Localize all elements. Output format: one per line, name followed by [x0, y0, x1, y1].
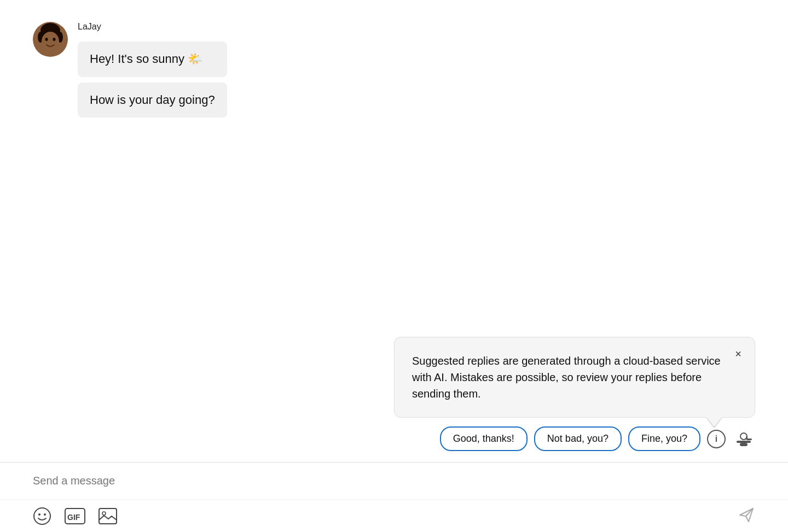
person-icon-button[interactable] — [732, 428, 755, 451]
svg-point-14 — [44, 513, 46, 516]
gif-button[interactable]: GIF — [65, 508, 85, 524]
svg-point-4 — [42, 32, 59, 51]
svg-point-13 — [38, 513, 40, 516]
svg-rect-11 — [746, 436, 748, 440]
reply-button-3[interactable]: Fine, you? — [628, 426, 700, 451]
sender-name: LaJay — [78, 22, 227, 32]
reply-button-1[interactable]: Good, thanks! — [440, 426, 528, 451]
suggested-area: Suggested replies are generated through … — [0, 337, 788, 451]
message-input[interactable] — [33, 472, 755, 489]
message-bubble-2: How is your day going? — [78, 83, 227, 118]
message-bubble-1: Hey! It's so sunny 🌤️ — [78, 42, 227, 77]
tooltip-text: Suggested replies are generated through … — [412, 355, 721, 400]
avatar — [33, 22, 68, 57]
close-tooltip-button[interactable]: × — [733, 346, 744, 361]
info-icon[interactable]: i — [707, 430, 726, 448]
tooltip-bubble: Suggested replies are generated through … — [394, 337, 755, 418]
toolbar-left: GIF — [33, 507, 738, 525]
message-group: LaJay Hey! It's so sunny 🌤️ How is your … — [33, 22, 755, 118]
emoji-button[interactable] — [33, 507, 51, 525]
svg-rect-9 — [740, 443, 748, 446]
messages-column: LaJay Hey! It's so sunny 🌤️ How is your … — [78, 22, 227, 118]
svg-rect-17 — [99, 508, 117, 524]
image-button[interactable] — [99, 508, 117, 524]
svg-point-18 — [102, 512, 106, 515]
input-area — [0, 462, 788, 499]
svg-point-6 — [53, 38, 56, 41]
suggested-replies-row: Good, thanks! Not bad, you? Fine, you? i — [440, 426, 755, 451]
send-button[interactable] — [738, 506, 755, 525]
svg-rect-7 — [737, 441, 751, 443]
svg-point-12 — [34, 508, 50, 524]
reply-button-2[interactable]: Not bad, you? — [534, 426, 622, 451]
svg-text:GIF: GIF — [67, 513, 80, 522]
toolbar: GIF — [0, 499, 788, 532]
svg-point-5 — [45, 38, 48, 41]
